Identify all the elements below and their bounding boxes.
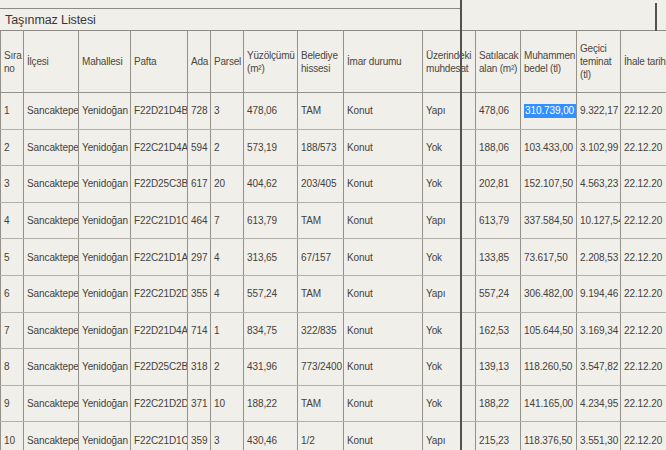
cell-ihale-tarihi: 22.12.20 [621,202,666,239]
column-header-belediye-hissesi: Belediye hissesi [298,31,344,93]
cell-ilcesi: Sancaktepe [24,275,79,312]
cell-yuzolcumu: 478,06 [244,93,298,130]
cell-parsel: 1 [211,312,244,349]
cell-gecici-teminat: 9.322,17 [577,93,621,130]
cell-muhammen-bedel: 105.644,50 [521,312,577,349]
cell-mahallesi: Yenidoğan [79,349,131,386]
cell-ada: 355 [188,275,211,312]
cell-imar-durumu: Konut [344,166,423,203]
cell-parsel: 3 [211,422,244,450]
cell-mahallesi: Yenidoğan [79,239,131,276]
cell-parsel: 4 [211,239,244,276]
cell-imar-durumu: Konut [344,422,423,450]
cell-parsel: 2 [211,129,244,166]
cell-pafta: F22C21D1C [131,202,188,239]
cell-pafta: F22D21D4B [131,93,188,130]
cell-ada: 318 [188,349,211,386]
cell-muhammen-bedel: 337.584,50 [521,202,577,239]
cell-imar-durumu: Konut [344,275,423,312]
column-header-muhammen-bedel: Muhammen bedel (tl) [521,31,577,93]
cell-belediye-hissesi: 67/157 [298,239,344,276]
cell-imar-durumu: Konut [344,202,423,239]
table-row-1: 1SancaktepeYenidoğanF22D21D4B7283478,06T… [1,93,666,130]
cell-ihale-tarihi: 22.12.20 [621,93,666,130]
cell-uzerindeki-muhdesat: Yok [423,166,476,203]
cell-mahallesi: Yenidoğan [79,275,131,312]
cell-gecici-teminat: 3.169,34 [577,312,621,349]
cell-muhammen-bedel: 306.482,00 [521,275,577,312]
cell-mahallesi: Yenidoğan [79,129,131,166]
cell-ilcesi: Sancaktepe [24,129,79,166]
cell-uzerindeki-muhdesat: Yapı [423,422,476,450]
column-header-uzerindeki-muhdesat: Üzerindeki muhdesat [423,31,476,93]
table-body: 1SancaktepeYenidoğanF22D21D4B7283478,06T… [1,93,666,450]
cell-ihale-tarihi: 22.12.20 [621,239,666,276]
cell-yuzolcumu: 834,75 [244,312,298,349]
cell-ilcesi: Sancaktepe [24,385,79,422]
cell-muhammen-bedel: 103.433,00 [521,129,577,166]
column-header-imar-durumu: İmar durumu [344,31,423,93]
cell-uzerindeki-muhdesat: Yapı [423,275,476,312]
cell-yuzolcumu: 188,22 [244,385,298,422]
newspaper-column-rule-right [655,3,657,31]
cell-sira-no: 5 [1,239,24,276]
cell-ihale-tarihi: 22.12.20 [621,312,666,349]
cell-gecici-teminat: 3.547,82 [577,349,621,386]
cell-parsel: 7 [211,202,244,239]
cell-ilcesi: Sancaktepe [24,312,79,349]
cell-imar-durumu: Konut [344,312,423,349]
cell-uzerindeki-muhdesat: Yok [423,129,476,166]
cell-gecici-teminat: 2.208,53 [577,239,621,276]
cell-ilcesi: Sancaktepe [24,239,79,276]
cell-sira-no: 7 [1,312,24,349]
cell-gecici-teminat: 4.563,23 [577,166,621,203]
title-top-border [0,8,461,9]
cell-yuzolcumu: 430,46 [244,422,298,450]
cell-uzerindeki-muhdesat: Yapı [423,202,476,239]
cell-belediye-hissesi: 188/573 [298,129,344,166]
cell-yuzolcumu: 573,19 [244,129,298,166]
cell-mahallesi: Yenidoğan [79,202,131,239]
cell-belediye-hissesi: TAM [298,202,344,239]
table-header: Sıra noİlçesiMahallesiPaftaAdaParselYüzö… [1,31,666,93]
cell-sira-no: 3 [1,166,24,203]
cell-pafta: F22C21D1C [131,422,188,450]
cell-pafta: F22D25C2B [131,349,188,386]
cell-satilacak-alan: 215,23 [476,422,521,450]
cell-belediye-hissesi: TAM [298,385,344,422]
cell-belediye-hissesi: 1/2 [298,422,344,450]
cell-gecici-teminat: 10.127,54 [577,202,621,239]
cell-mahallesi: Yenidoğan [79,422,131,450]
cell-uzerindeki-muhdesat: Yok [423,239,476,276]
column-header-mahallesi: Mahallesi [79,31,131,93]
cell-ada: 728 [188,93,211,130]
table-row-6: 6SancaktepeYenidoğanF22C21D2D3554557,24T… [1,275,666,312]
cell-satilacak-alan: 188,22 [476,385,521,422]
cell-mahallesi: Yenidoğan [79,166,131,203]
cell-ada: 464 [188,202,211,239]
cell-pafta: F22C21D2D [131,275,188,312]
cell-pafta: F22C21D1A [131,239,188,276]
cell-satilacak-alan: 478,06 [476,93,521,130]
cell-sira-no: 8 [1,349,24,386]
cell-imar-durumu: Konut [344,239,423,276]
column-header-pafta: Pafta [131,31,188,93]
cell-satilacak-alan: 202,81 [476,166,521,203]
cell-ada: 371 [188,385,211,422]
cell-belediye-hissesi: TAM [298,275,344,312]
cell-belediye-hissesi: 773/2400 [298,349,344,386]
table-row-5: 5SancaktepeYenidoğanF22C21D1A2974313,656… [1,239,666,276]
cell-ada: 714 [188,312,211,349]
cell-pafta: F22C21D4A [131,129,188,166]
cell-ilcesi: Sancaktepe [24,349,79,386]
cell-ilcesi: Sancaktepe [24,93,79,130]
cell-ada: 297 [188,239,211,276]
cell-gecici-teminat: 9.194,46 [577,275,621,312]
table-row-3: 3SancaktepeYenidoğanF22D25C3B61720404,62… [1,166,666,203]
cell-satilacak-alan: 613,79 [476,202,521,239]
cell-muhammen-bedel: 73.617,50 [521,239,577,276]
cell-uzerindeki-muhdesat: Yapı [423,93,476,130]
cell-mahallesi: Yenidoğan [79,93,131,130]
newspaper-page: Taşınmaz Listesi Sıra noİlçesiMahallesiP… [0,0,666,450]
cell-muhammen-bedel: 141.165,00 [521,385,577,422]
